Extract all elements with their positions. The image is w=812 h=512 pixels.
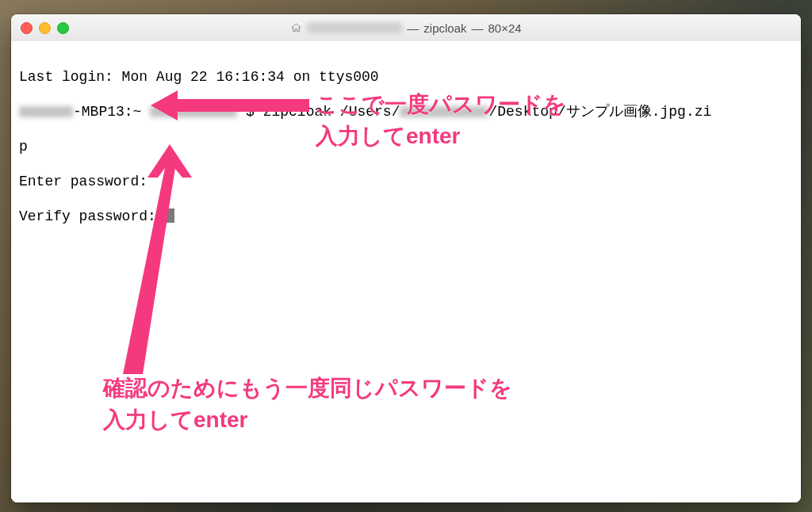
- title-size: 80×24: [488, 21, 522, 35]
- title-sep1: —: [407, 21, 419, 35]
- command-suffix: /Desktop/サンプル画像.jpg.zi: [488, 104, 711, 120]
- command-prefix: zipcloak /Users/: [263, 104, 400, 120]
- window-title: — zipcloak — 80×24: [11, 21, 801, 35]
- terminal-content[interactable]: Last login: Mon Aug 22 16:16:34 on ttys0…: [11, 41, 801, 502]
- enter-password-line: Enter password:: [19, 173, 795, 190]
- close-button[interactable]: [21, 22, 33, 34]
- verify-password-line: Verify password:: [19, 208, 795, 225]
- title-app: zipcloak: [423, 21, 466, 35]
- redacted-username: [307, 22, 402, 33]
- window-controls: [11, 22, 69, 34]
- zoom-button[interactable]: [57, 22, 69, 34]
- redacted-path: [400, 106, 488, 117]
- command-wrap: p: [19, 138, 795, 155]
- last-login-line: Last login: Mon Aug 22 16:16:34 on ttys0…: [19, 68, 795, 86]
- redacted-user: [150, 106, 237, 117]
- title-sep2: —: [472, 21, 484, 35]
- prompt-symbol: $: [246, 104, 263, 120]
- home-icon: [290, 22, 302, 34]
- prompt-host: -MBP13:~: [73, 104, 150, 120]
- redacted-host: [19, 106, 73, 117]
- window-titlebar[interactable]: — zipcloak — 80×24: [11, 14, 801, 42]
- terminal-cursor: [167, 208, 174, 223]
- minimize-button[interactable]: [39, 22, 51, 34]
- prompt-line: -MBP13:~ $ zipcloak /Users//Desktop/サンプル…: [19, 103, 795, 120]
- terminal-window: — zipcloak — 80×24 Last login: Mon Aug 2…: [11, 14, 801, 502]
